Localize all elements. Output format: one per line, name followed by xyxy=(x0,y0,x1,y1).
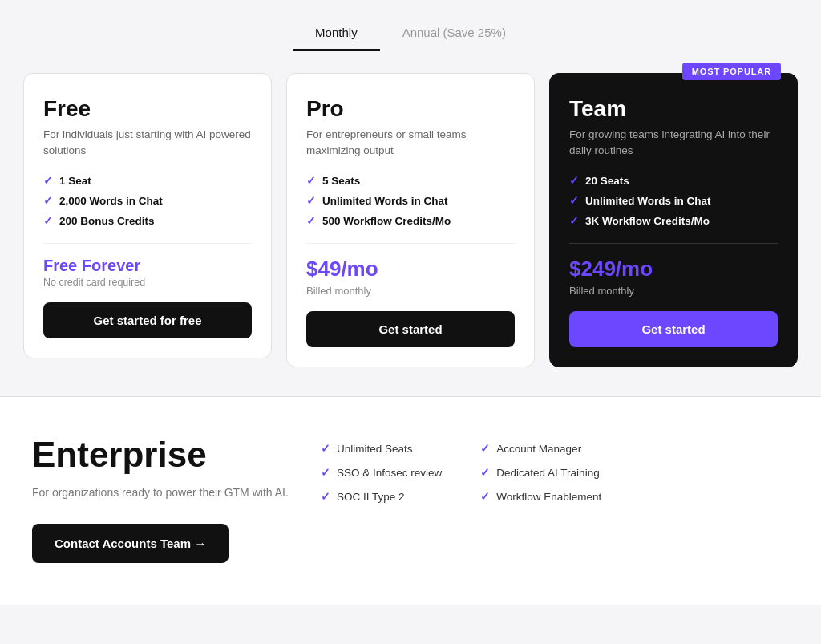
list-item: ✓Unlimited Words in Chat xyxy=(569,194,778,207)
pro-price-sub: Billed monthly xyxy=(306,285,515,297)
enterprise-features: ✓ Unlimited Seats ✓ SSO & Infosec review… xyxy=(321,435,789,503)
plan-card-free: Free For individuals just starting with … xyxy=(23,73,272,358)
plans-grid: Free For individuals just starting with … xyxy=(13,73,808,367)
list-item: ✓500 Workflow Credits/Mo xyxy=(306,214,515,227)
tab-annual[interactable]: Annual (Save 25%) xyxy=(380,16,528,51)
list-item: ✓200 Bonus Credits xyxy=(43,214,252,227)
enterprise-section: Enterprise For organizations ready to po… xyxy=(0,396,821,604)
check-icon: ✓ xyxy=(569,214,579,227)
billing-toggle: Monthly Annual (Save 25%) xyxy=(0,0,821,51)
tab-monthly[interactable]: Monthly xyxy=(293,16,380,51)
plan-name-free: Free xyxy=(43,96,252,122)
enterprise-desc: For organizations ready to power their G… xyxy=(32,484,289,501)
page-wrapper: Monthly Annual (Save 25%) Free For indiv… xyxy=(0,0,821,605)
team-price-label: $249/mo xyxy=(569,257,778,281)
list-item: ✓20 Seats xyxy=(569,174,778,187)
enterprise-feature: ✓ SOC II Type 2 xyxy=(321,490,442,503)
enterprise-inner: Enterprise For organizations ready to po… xyxy=(32,435,789,562)
team-price-sub: Billed monthly xyxy=(569,285,778,297)
features-list-pro: ✓5 Seats ✓Unlimited Words in Chat ✓500 W… xyxy=(306,174,515,227)
check-icon: ✓ xyxy=(480,442,490,455)
check-icon: ✓ xyxy=(480,490,490,503)
enterprise-feature: ✓ Account Manager xyxy=(480,442,601,455)
check-icon: ✓ xyxy=(43,174,53,187)
enterprise-feature: ✓ Workflow Enablement xyxy=(480,490,601,503)
check-icon: ✓ xyxy=(321,442,330,455)
features-list-free: ✓1 Seat ✓2,000 Words in Chat ✓200 Bonus … xyxy=(43,174,252,227)
enterprise-feature: ✓ SSO & Infosec review xyxy=(321,466,442,479)
enterprise-col-2: ✓ Account Manager ✓ Dedicated AI Trainin… xyxy=(480,442,601,503)
pro-price-label: $49/mo xyxy=(306,257,515,281)
check-icon: ✓ xyxy=(569,174,579,187)
feature-label: Account Manager xyxy=(496,443,581,455)
list-item: ✓1 Seat xyxy=(43,174,252,187)
free-cta-button[interactable]: Get started for free xyxy=(43,302,252,338)
features-list-team: ✓20 Seats ✓Unlimited Words in Chat ✓3K W… xyxy=(569,174,778,227)
check-icon: ✓ xyxy=(43,214,53,227)
plan-desc-team: For growing teams integrating AI into th… xyxy=(569,127,778,158)
enterprise-feature: ✓ Unlimited Seats xyxy=(321,442,442,455)
feature-label: SOC II Type 2 xyxy=(337,491,405,503)
check-icon: ✓ xyxy=(306,174,316,187)
list-item: ✓2,000 Words in Chat xyxy=(43,194,252,207)
check-icon: ✓ xyxy=(569,194,579,207)
check-icon: ✓ xyxy=(321,490,330,503)
plan-card-team: MOST POPULAR Team For growing teams inte… xyxy=(549,73,798,367)
team-cta-button[interactable]: Get started xyxy=(569,311,778,347)
plans-section: Free For individuals just starting with … xyxy=(0,51,821,387)
plan-name-pro: Pro xyxy=(306,96,515,122)
free-price-sub: No credit card required xyxy=(43,277,252,288)
plan-name-team: Team xyxy=(569,96,778,122)
pro-cta-button[interactable]: Get started xyxy=(306,311,515,347)
divider xyxy=(306,243,515,244)
list-item: ✓5 Seats xyxy=(306,174,515,187)
check-icon: ✓ xyxy=(43,194,53,207)
list-item: ✓3K Workflow Credits/Mo xyxy=(569,214,778,227)
check-icon: ✓ xyxy=(306,214,316,227)
feature-label: SSO & Infosec review xyxy=(337,467,442,479)
feature-label: Unlimited Seats xyxy=(337,443,413,455)
check-icon: ✓ xyxy=(480,466,490,479)
enterprise-col-1: ✓ Unlimited Seats ✓ SSO & Infosec review… xyxy=(321,442,442,503)
check-icon: ✓ xyxy=(321,466,330,479)
enterprise-title: Enterprise xyxy=(32,435,289,474)
plan-card-pro: Pro For entrepreneurs or small teams max… xyxy=(286,73,535,367)
check-icon: ✓ xyxy=(306,194,316,207)
most-popular-badge: MOST POPULAR xyxy=(682,63,781,80)
enterprise-feature: ✓ Dedicated AI Training xyxy=(480,466,601,479)
plan-desc-pro: For entrepreneurs or small teams maximiz… xyxy=(306,127,515,158)
feature-label: Dedicated AI Training xyxy=(496,467,599,479)
divider xyxy=(43,243,252,244)
divider xyxy=(569,243,778,244)
enterprise-cta-button[interactable]: Contact Accounts Team → xyxy=(32,524,229,563)
enterprise-left: Enterprise For organizations ready to po… xyxy=(32,435,289,562)
list-item: ✓Unlimited Words in Chat xyxy=(306,194,515,207)
free-price-label: Free Forever xyxy=(43,257,252,275)
plan-desc-free: For individuals just starting with AI po… xyxy=(43,127,252,158)
feature-label: Workflow Enablement xyxy=(496,491,601,503)
